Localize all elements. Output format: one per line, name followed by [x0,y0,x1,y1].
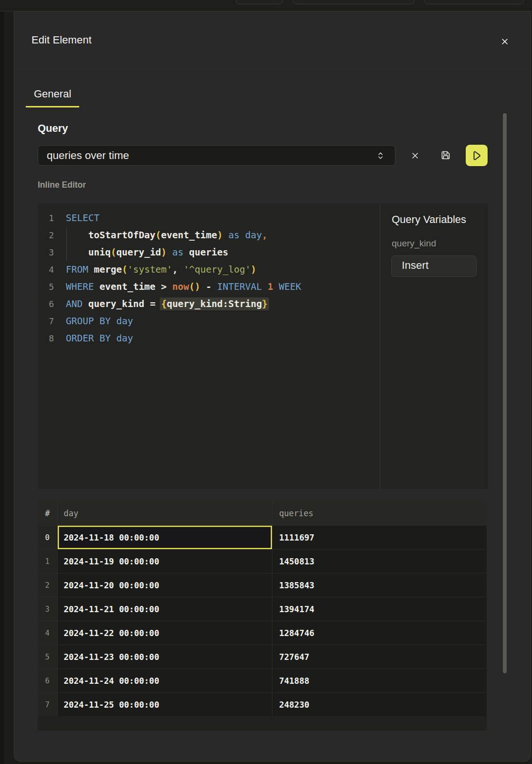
x-icon [502,39,508,44]
row-index-cell: 0 [38,525,57,549]
query-variables-title: Query Variables [392,213,466,226]
background-button-outline[interactable] [424,0,524,4]
code-text: ORDER BY day [66,330,133,347]
code-line: 5WHERE event_time > now() - INTERVAL 1 W… [38,278,380,296]
x-icon [412,153,418,159]
code-text: WHERE event_time > now() - INTERVAL 1 WE… [66,278,301,296]
table-header-cell: day [57,501,272,525]
query-select-value: queries over time [47,149,129,162]
queries-cell[interactable]: 1284746 [272,621,487,645]
row-index-cell: 5 [38,645,57,668]
row-index-cell: 7 [38,692,57,716]
table-footer-strip [38,716,487,731]
table-row: 32024-11-21 00:00:001394174 [38,597,487,621]
queries-cell[interactable]: 1111697 [272,525,487,549]
day-cell[interactable]: 2024-11-19 00:00:00 [57,549,272,573]
queries-cell[interactable]: 1394174 [272,597,487,621]
day-cell[interactable]: 2024-11-23 00:00:00 [57,645,272,668]
table-row: 22024-11-20 00:00:001385843 [38,573,487,597]
day-cell[interactable]: 2024-11-25 00:00:00 [57,692,272,716]
table-row: 12024-11-19 00:00:001450813 [38,549,487,573]
row-index-cell: 4 [38,621,57,645]
code-text: FROM merge('system', '^query_log') [66,261,256,278]
tab-general-label: General [34,88,71,100]
line-number: 3 [38,244,54,261]
save-query-button[interactable] [438,148,453,163]
table-row: 42024-11-22 00:00:001284746 [38,621,487,645]
queries-cell[interactable]: 248230 [272,692,487,716]
code-line: 4FROM merge('system', '^query_log') [38,261,380,278]
line-number: 7 [38,313,54,330]
row-index-cell: 1 [38,549,57,573]
code-line: 8ORDER BY day [38,330,380,347]
tab-active-underline [26,106,79,107]
code-text: toStartOfDay(event_time) as day, [66,227,268,244]
close-button[interactable] [499,36,510,47]
code-line: 3 uniq(query_id) as queries [38,244,380,261]
code-text: uniq(query_id) as queries [66,244,229,261]
row-index-cell: 6 [38,668,57,692]
day-cell[interactable]: 2024-11-24 00:00:00 [57,668,272,692]
code-line: 1SELECT [38,210,380,227]
tab-general[interactable]: General [26,83,79,107]
row-index-cell: 3 [38,597,57,621]
code-line: 7GROUP BY day [38,313,380,330]
line-number: 1 [38,210,54,227]
row-index-cell: 2 [38,573,57,597]
queries-cell[interactable]: 741888 [272,668,487,692]
code-area[interactable]: 1SELECT2 toStartOfDay(event_time) as day… [38,210,380,347]
background-button-outline[interactable] [236,0,283,4]
query-variables-panel: Query Variables query_kind Insert [380,203,488,489]
indent-guide [66,227,67,261]
line-number: 8 [38,330,54,347]
play-icon [472,150,481,161]
page-header-strip [0,0,532,11]
line-number: 4 [38,261,54,278]
clear-query-button[interactable] [409,150,420,161]
inline-editor-label: Inline Editor [38,180,86,190]
line-number: 5 [38,278,54,296]
sql-editor[interactable]: 1SELECT2 toStartOfDay(event_time) as day… [38,203,488,489]
query-variable-name: query_kind [392,238,436,249]
modal-scrollbar[interactable] [503,113,507,673]
insert-variable-button[interactable]: Insert [391,255,477,277]
query-select[interactable]: queries over time [38,145,396,166]
line-number: 2 [38,227,54,244]
code-text: SELECT [66,210,99,227]
code-line: 2 toStartOfDay(event_time) as day, [38,227,380,244]
day-cell[interactable]: 2024-11-20 00:00:00 [57,573,272,597]
edit-element-modal: Edit Element General Query queries over … [14,11,531,762]
page-left-strip [0,11,4,764]
modal-title: Edit Element [31,34,92,46]
chevron-updown-icon [378,151,383,159]
table-row: 52024-11-23 00:00:00727647 [38,645,487,668]
header-divider [14,69,531,70]
queries-cell[interactable]: 1450813 [272,549,487,573]
queries-cell[interactable]: 727647 [272,645,487,668]
floppy-disk-icon [440,150,451,160]
code-line: 6AND query_kind = {query_kind:String} [38,296,380,313]
table-row: 62024-11-24 00:00:00741888 [38,668,487,692]
run-query-button[interactable] [465,144,488,167]
line-number: 6 [38,296,54,313]
table-row: 02024-11-18 00:00:001111697 [38,525,487,549]
table-header-row: #dayqueries [38,501,487,525]
day-cell[interactable]: 2024-11-21 00:00:00 [57,597,272,621]
table-row: 72024-11-25 00:00:00248230 [38,692,487,716]
table-header-cell: queries [272,501,487,525]
day-cell[interactable]: 2024-11-22 00:00:00 [57,621,272,645]
results-table: #dayqueries02024-11-18 00:00:00111169712… [38,501,487,731]
background-button-outline[interactable] [292,0,415,4]
day-cell[interactable]: 2024-11-18 00:00:00 [57,525,272,549]
table-header-cell: # [38,501,57,525]
queries-cell[interactable]: 1385843 [272,573,487,597]
code-text: AND query_kind = {query_kind:String} [66,296,268,313]
query-section-label: Query [38,122,68,135]
code-text: GROUP BY day [66,313,133,330]
